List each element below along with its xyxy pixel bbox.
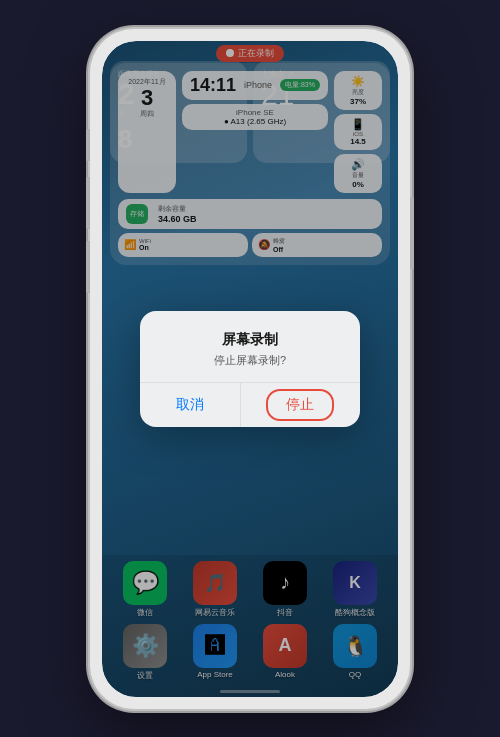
cancel-button[interactable]: 取消: [140, 383, 241, 427]
dialog-button-row: 取消 停止: [140, 382, 360, 427]
volume-up-button[interactable]: [86, 177, 90, 229]
dialog-message: 停止屏幕录制?: [164, 353, 336, 368]
power-button[interactable]: [410, 197, 414, 269]
screen: 正在录制 2022年11月 3 周四 14:: [102, 41, 398, 697]
phone-frame: 正在录制 2022年11月 3 周四 14:: [90, 29, 410, 709]
volume-down-button[interactable]: [86, 241, 90, 293]
phone-inner: 正在录制 2022年11月 3 周四 14:: [102, 41, 398, 697]
screen-recording-dialog: 屏幕录制 停止屏幕录制? 取消 停止: [140, 311, 360, 427]
dialog-overlay: 屏幕录制 停止屏幕录制? 取消 停止: [102, 41, 398, 697]
stop-wrapper: 停止: [241, 383, 361, 427]
dialog-title: 屏幕录制: [164, 331, 336, 349]
stop-button[interactable]: 停止: [266, 389, 334, 421]
mute-button[interactable]: [86, 129, 90, 161]
